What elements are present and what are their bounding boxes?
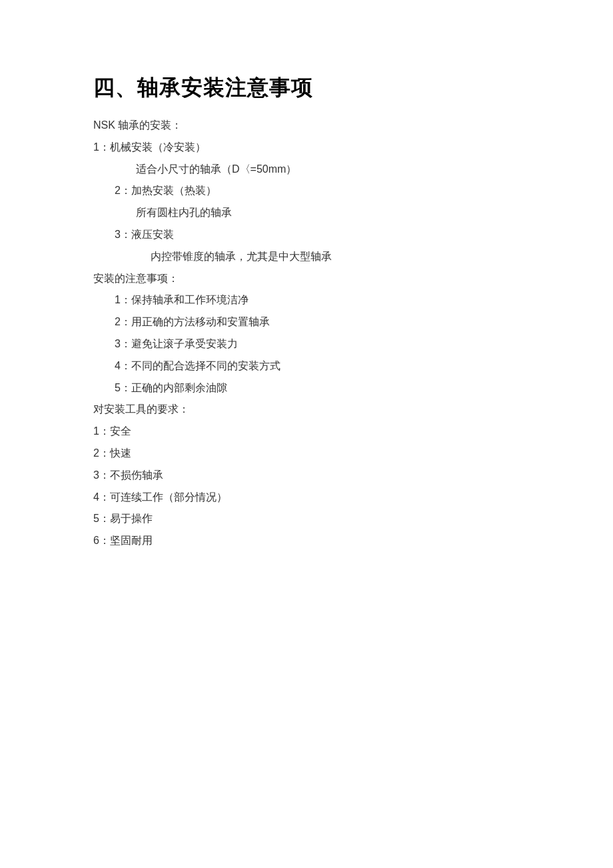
install-method-1-desc: 适合小尺寸的轴承（D〈=50mm） [93,160,520,179]
install-method-1-label: 1：机械安装（冷安装） [93,138,520,157]
section-install-heading: NSK 轴承的安装： [93,116,520,135]
tool-req-item-5: 5：易于操作 [93,509,520,529]
tool-req-item-2: 2：快速 [93,444,520,463]
install-method-3-desc: 内控带锥度的轴承，尤其是中大型轴承 [93,247,520,267]
install-method-3-label: 3：液压安装 [93,225,520,245]
precaution-item-1: 1：保持轴承和工作环境洁净 [93,291,520,310]
tool-req-item-3: 3：不损伤轴承 [93,466,520,485]
precaution-item-5: 5：正确的内部剩余油隙 [93,379,520,398]
precaution-item-2: 2：用正确的方法移动和安置轴承 [93,313,520,332]
install-method-2-desc: 所有圆柱内孔的轴承 [93,203,520,223]
install-method-2-label: 2：加热安装（热装） [93,181,520,201]
tool-req-item-1: 1：安全 [93,422,520,441]
section-tool-heading: 对安装工具的要求： [93,400,520,419]
precaution-item-3: 3：避免让滚子承受安装力 [93,335,520,354]
section-precautions-heading: 安装的注意事项： [93,269,520,289]
tool-req-item-6: 6：坚固耐用 [93,531,520,551]
page-title: 四、轴承安装注意事项 [93,73,520,103]
tool-req-item-4: 4：可连续工作（部分情况） [93,488,520,507]
precaution-item-4: 4：不同的配合选择不同的安装方式 [93,357,520,376]
